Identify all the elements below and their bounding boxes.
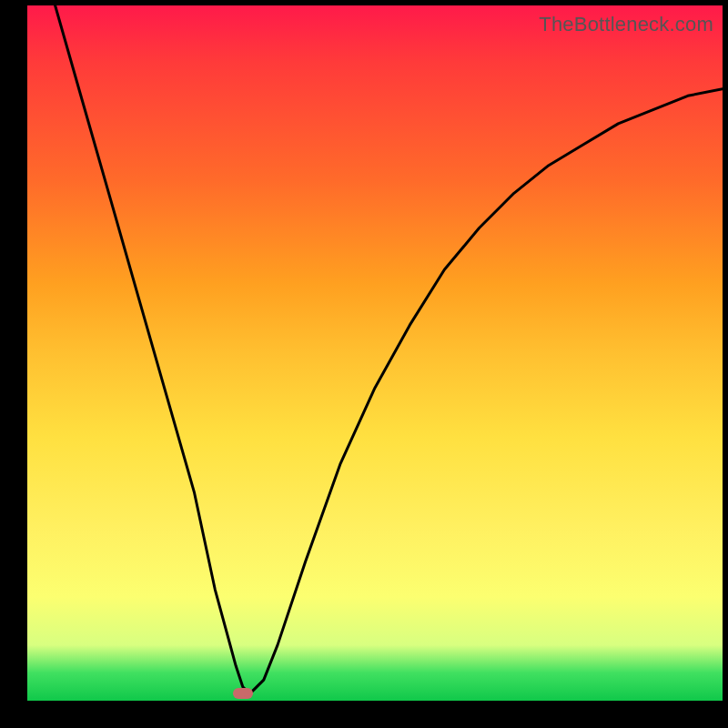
curve-svg — [27, 5, 723, 701]
minimum-marker — [233, 688, 253, 699]
curve-path — [56, 5, 723, 693]
plot-area: TheBottleneck.com — [27, 5, 723, 701]
